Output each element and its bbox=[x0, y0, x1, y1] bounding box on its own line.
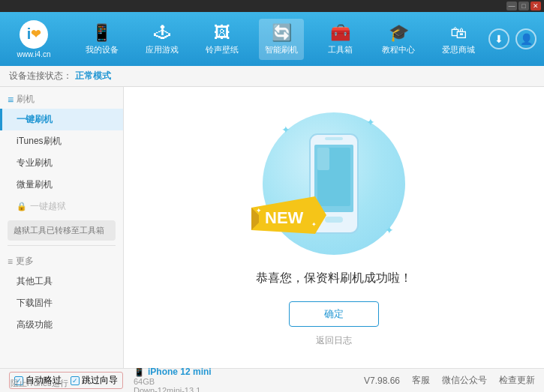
sidebar-item-jailbreak: 🔒 一键越狱 bbox=[0, 196, 123, 217]
sidebar-more-header: ≡ 更多 bbox=[0, 250, 123, 271]
header-right: ⬇ 👤 bbox=[488, 28, 536, 49]
confirm-button[interactable]: 确定 bbox=[289, 301, 379, 327]
minimize-button[interactable]: — bbox=[506, 1, 517, 10]
nav-toolbox[interactable]: 🧰 工具箱 bbox=[319, 19, 361, 60]
sparkle-3: ✦ bbox=[385, 224, 394, 236]
support-link[interactable]: 客服 bbox=[412, 374, 430, 387]
window-titlebar: — □ ✕ bbox=[0, 0, 544, 12]
tutorial-label: 教程中心 bbox=[382, 44, 415, 55]
nav-mall[interactable]: 🛍 爱思商城 bbox=[436, 19, 481, 60]
my-device-label: 我的设备 bbox=[86, 44, 119, 55]
sidebar-item-one-key-flash[interactable]: 一键刷机 bbox=[0, 109, 123, 130]
back-link[interactable]: 返回日志 bbox=[316, 334, 352, 347]
nav-tutorial[interactable]: 🎓 教程中心 bbox=[376, 19, 421, 60]
new-ribbon: NEW ✦ ✦ bbox=[251, 196, 326, 244]
sidebar: ≡ 刷机 一键刷机 iTunes刷机 专业刷机 微量刷机 🔒 一键越狱 越狱工具… bbox=[0, 87, 124, 368]
lock-icon: 🔒 bbox=[17, 202, 27, 211]
smart-flash-icon: 🔄 bbox=[272, 23, 292, 43]
svg-rect-2 bbox=[325, 217, 343, 223]
wechat-link[interactable]: 微信公众号 bbox=[442, 374, 487, 387]
sidebar-section-label: 刷机 bbox=[17, 93, 35, 106]
content-area: ✦ ✦ ✦ bbox=[124, 87, 544, 368]
logo-url: www.i4.cn bbox=[17, 50, 50, 58]
device-storage: 64GB bbox=[134, 377, 212, 386]
main-nav: 📱 我的设备 🕹 应用游戏 🖼 铃声壁纸 🔄 智能刷机 🧰 工具箱 🎓 教程中心… bbox=[72, 19, 488, 60]
sparkle-1: ✦ bbox=[281, 124, 290, 136]
maximize-button[interactable]: □ bbox=[518, 1, 529, 10]
skip-wizard-box[interactable]: ✓ bbox=[71, 376, 80, 385]
nav-smart-flash[interactable]: 🔄 智能刷机 bbox=[259, 19, 304, 60]
sidebar-item-itunes-flash[interactable]: iTunes刷机 bbox=[0, 130, 123, 152]
svg-rect-3 bbox=[325, 137, 343, 140]
user-button[interactable]: 👤 bbox=[515, 28, 536, 49]
nav-wallpaper[interactable]: 🖼 铃声壁纸 bbox=[200, 19, 245, 60]
nav-apps[interactable]: 🕹 应用游戏 bbox=[140, 19, 185, 60]
sidebar-item-other-tools[interactable]: 其他工具 bbox=[0, 271, 123, 292]
logo-icon: i ❤ bbox=[20, 20, 48, 49]
wallpaper-icon: 🖼 bbox=[214, 23, 230, 43]
phone-illustration: ✦ ✦ ✦ bbox=[259, 109, 409, 259]
mall-label: 爱思商城 bbox=[442, 44, 475, 55]
flash-section-icon: ≡ bbox=[8, 94, 14, 106]
apps-icon: 🕹 bbox=[154, 23, 170, 43]
nav-my-device[interactable]: 📱 我的设备 bbox=[80, 19, 125, 60]
my-device-icon: 📱 bbox=[92, 23, 112, 43]
svg-rect-5 bbox=[317, 148, 329, 170]
logo: i ❤ www.i4.cn bbox=[8, 20, 60, 58]
status-bar: 设备连接状态： 正常模式 bbox=[0, 66, 544, 87]
sidebar-item-download-firmware[interactable]: 下载固件 bbox=[0, 292, 123, 314]
svg-text:✦: ✦ bbox=[311, 221, 317, 228]
svg-text:✦: ✦ bbox=[256, 207, 262, 214]
skip-wizard-checkbox[interactable]: ✓ 跳过向导 bbox=[71, 374, 118, 387]
skip-wizard-label: 跳过向导 bbox=[82, 374, 118, 387]
success-message: 恭喜您，保资料刷机成功啦！ bbox=[256, 271, 412, 286]
download-button[interactable]: ⬇ bbox=[488, 28, 509, 49]
tutorial-icon: 🎓 bbox=[389, 23, 409, 43]
status-prefix: 设备连接状态： bbox=[9, 70, 72, 82]
svg-text:NEW: NEW bbox=[265, 208, 304, 227]
sidebar-item-advanced[interactable]: 高级功能 bbox=[0, 314, 123, 336]
sidebar-item-pro-flash[interactable]: 专业刷机 bbox=[0, 152, 123, 174]
bottom-bar: ✓ 自动略过 ✓ 跳过向导 📱 iPhone 12 mini 64GB Down… bbox=[0, 368, 544, 392]
app-header: i ❤ www.i4.cn 📱 我的设备 🕹 应用游戏 🖼 铃声壁纸 🔄 智能刷… bbox=[0, 12, 544, 66]
update-link[interactable]: 检查更新 bbox=[499, 374, 535, 387]
sparkle-2: ✦ bbox=[366, 116, 375, 128]
main-layout: ≡ 刷机 一键刷机 iTunes刷机 专业刷机 微量刷机 🔒 一键越狱 越狱工具… bbox=[0, 87, 544, 368]
mall-icon: 🛍 bbox=[450, 23, 467, 43]
sidebar-item-save-flash[interactable]: 微量刷机 bbox=[0, 174, 123, 196]
status-value: 正常模式 bbox=[75, 70, 111, 82]
wallpaper-label: 铃声壁纸 bbox=[206, 44, 239, 55]
smart-flash-label: 智能刷机 bbox=[265, 44, 298, 55]
sidebar-divider bbox=[8, 245, 116, 246]
toolbox-icon: 🧰 bbox=[330, 23, 350, 43]
itunes-status: 阻止iTunes运行 bbox=[11, 378, 68, 389]
close-button[interactable]: ✕ bbox=[530, 1, 541, 10]
device-info: 📱 iPhone 12 mini 64GB Down-12mini-13,1 bbox=[134, 367, 212, 393]
version-label: V7.98.66 bbox=[364, 376, 400, 386]
bottom-right: V7.98.66 客服 微信公众号 检查更新 bbox=[364, 374, 535, 387]
apps-label: 应用游戏 bbox=[146, 44, 179, 55]
jailbreak-notice: 越狱工具已转移至工具箱 bbox=[8, 220, 116, 241]
sidebar-section-flash: ≡ 刷机 bbox=[0, 87, 123, 109]
device-model: Down-12mini-13,1 bbox=[134, 386, 212, 393]
toolbox-label: 工具箱 bbox=[328, 44, 353, 55]
